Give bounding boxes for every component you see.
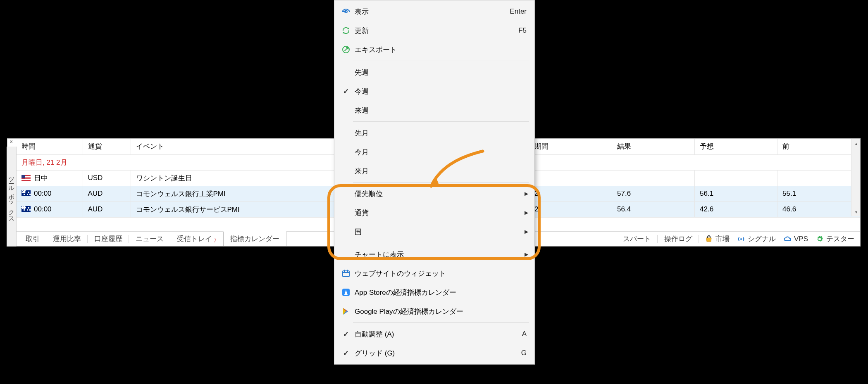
flag-au-icon [21, 206, 31, 212]
menu-country[interactable]: 国▶ [335, 222, 534, 241]
cell-result: 57.6 [612, 186, 695, 201]
cell-period [529, 170, 612, 186]
menu-autofit[interactable]: ✓自動調整 (A)A [335, 325, 534, 344]
tester-button[interactable]: テスター [816, 234, 854, 244]
export-icon [339, 45, 353, 54]
inbox-badge: 7 [214, 238, 217, 244]
calendar-icon [339, 269, 353, 278]
cell-currency: AUD [83, 201, 131, 217]
scroll-up-icon[interactable]: ▴ [851, 139, 860, 148]
gear-icon [816, 235, 824, 243]
menu-this-month[interactable]: 今月 [335, 142, 534, 161]
scroll-down-icon[interactable]: ▾ [851, 207, 860, 216]
cloud-icon [783, 235, 792, 243]
tab-journal[interactable]: 操作ログ [658, 232, 699, 246]
menu-googleplay[interactable]: Google Playの経済指標カレンダー [335, 302, 534, 321]
cell-previous: 46.6 [777, 201, 860, 217]
check-icon: ✓ [343, 87, 349, 96]
svg-point-0 [740, 238, 742, 240]
toolbox-title: ツールボックス [7, 147, 17, 247]
vertical-scrollbar[interactable]: ▴ ▾ [851, 139, 860, 216]
chevron-right-icon: ▶ [525, 229, 528, 235]
menu-view[interactable]: 表示 Enter [335, 2, 534, 21]
cell-forecast: 56.1 [695, 186, 777, 201]
menu-this-week[interactable]: ✓今週 [335, 82, 534, 101]
tab-news[interactable]: ニュース [129, 232, 170, 246]
svg-point-1 [818, 238, 821, 240]
svg-rect-4 [343, 271, 349, 277]
cell-period: 2 [529, 201, 612, 217]
menu-next-week[interactable]: 来週 [335, 101, 534, 120]
play-icon [339, 307, 353, 316]
menu-export[interactable]: エキスポート [335, 40, 534, 59]
col-previous[interactable]: 前 [777, 139, 860, 154]
eye-icon [339, 7, 353, 16]
tab-calendar[interactable]: 指標カレンダー [223, 231, 286, 246]
col-forecast[interactable]: 予想 [695, 139, 777, 154]
col-period[interactable]: 期間 [529, 139, 612, 154]
menu-website-widget[interactable]: ウェブサイトのウィジェット [335, 264, 534, 283]
market-button[interactable]: 市場 [705, 234, 730, 244]
bag-icon [705, 235, 713, 243]
chevron-right-icon: ▶ [525, 191, 528, 197]
menu-grid[interactable]: ✓グリッド (G)G [335, 344, 534, 363]
chevron-right-icon: ▶ [525, 210, 528, 216]
cell-period: 2 [529, 186, 612, 201]
menu-show-on-chart[interactable]: チャートに表示▶ [335, 245, 534, 264]
tab-inbox[interactable]: 受信トレイ7 [170, 232, 223, 246]
vps-button[interactable]: VPS [783, 235, 808, 243]
cell-time: 00:00 [34, 190, 52, 197]
flag-au-icon [21, 190, 31, 196]
cell-time: 00:00 [34, 205, 52, 213]
tab-exposure[interactable]: 運用比率 [46, 232, 88, 246]
chevron-right-icon: ▶ [525, 251, 528, 257]
close-icon[interactable]: × [7, 138, 15, 146]
tab-trade[interactable]: 取引 [19, 232, 46, 246]
menu-prev-week[interactable]: 先週 [335, 63, 534, 82]
menu-priority[interactable]: 優先順位▶ [335, 184, 534, 203]
cell-forecast [695, 170, 777, 186]
cell-time: 日中 [34, 174, 48, 182]
cell-result [612, 170, 695, 186]
tab-expert[interactable]: スパート [616, 232, 658, 246]
menu-prev-month[interactable]: 先月 [335, 123, 534, 142]
flag-us-icon [21, 175, 31, 181]
menu-next-month[interactable]: 来月 [335, 161, 534, 180]
context-menu: 表示 Enter 更新 F5 エキスポート 先週 ✓今週 来週 先月 今月 来月… [334, 0, 535, 365]
menu-appstore[interactable]: App Storeの経済指標カレンダー [335, 283, 534, 302]
cell-currency: USD [83, 170, 131, 186]
cell-previous: 55.1 [777, 186, 860, 201]
signal-icon [737, 235, 745, 243]
tab-history[interactable]: 口座履歴 [88, 232, 129, 246]
col-currency[interactable]: 通貨 [83, 139, 131, 154]
menu-currency[interactable]: 通貨▶ [335, 203, 534, 222]
check-icon: ✓ [343, 349, 349, 358]
cell-forecast: 42.6 [695, 201, 777, 217]
check-icon: ✓ [343, 330, 349, 339]
cell-previous [777, 170, 860, 186]
appstore-icon [339, 288, 353, 297]
menu-refresh[interactable]: 更新 F5 [335, 21, 534, 40]
refresh-icon [339, 26, 353, 35]
cell-currency: AUD [83, 186, 131, 201]
cell-result: 56.4 [612, 201, 695, 217]
signal-button[interactable]: シグナル [737, 234, 776, 244]
col-time[interactable]: 時間 [17, 139, 83, 154]
col-result[interactable]: 結果 [612, 139, 695, 154]
